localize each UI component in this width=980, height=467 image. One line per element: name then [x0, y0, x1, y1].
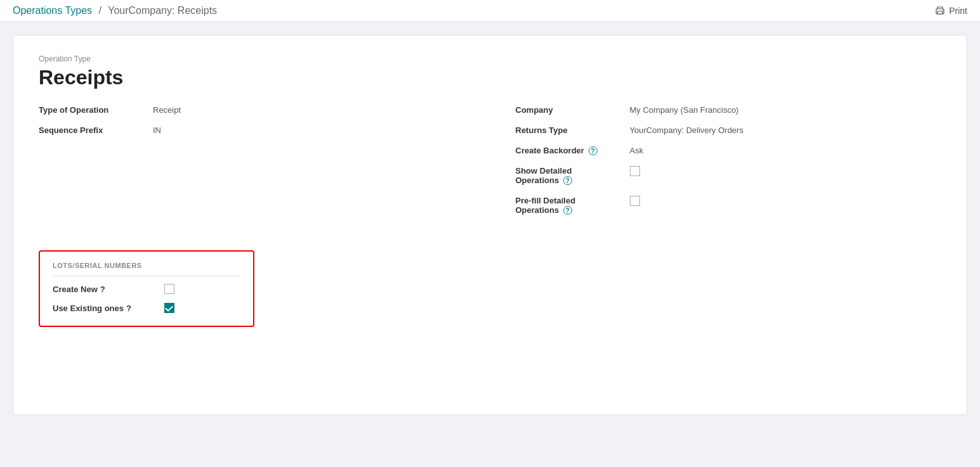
svg-rect-1	[938, 11, 943, 14]
prefill-detailed-operations-label: Pre-fill DetailedOperations ?	[516, 195, 617, 215]
prefill-detailed-operations-label-text: Pre-fill DetailedOperations ?	[516, 196, 576, 215]
type-of-operation-value: Receipt	[153, 105, 181, 115]
company-value: My Company (San Francisco)	[630, 105, 739, 115]
operation-type-meta-label: Operation Type	[39, 54, 941, 63]
field-create-backorder: Create Backorder ? Ask	[516, 145, 942, 155]
use-existing-ones-help-icon[interactable]: ?	[126, 304, 131, 313]
create-backorder-help-icon[interactable]: ?	[589, 146, 598, 155]
field-show-detailed-operations: Show DetailedOperations ?	[516, 165, 942, 185]
create-new-checkbox[interactable]	[164, 284, 174, 294]
create-backorder-label: Create Backorder ?	[516, 145, 617, 155]
form-left-column: Type of Operation Receipt Sequence Prefi…	[39, 105, 490, 225]
returns-type-value: YourCompany: Delivery Orders	[630, 125, 743, 135]
breadcrumb-root[interactable]: Operations Types	[13, 5, 92, 16]
svg-point-2	[942, 10, 943, 11]
printer-icon	[935, 6, 945, 16]
form-fields-grid: Type of Operation Receipt Sequence Prefi…	[39, 105, 941, 225]
field-company: Company My Company (San Francisco)	[516, 105, 942, 115]
show-detailed-operations-label-text: Show DetailedOperations ?	[516, 166, 572, 185]
show-detailed-operations-checkbox[interactable]	[630, 166, 640, 176]
create-new-label: Create New ?	[53, 285, 154, 294]
show-detailed-help-icon[interactable]: ?	[563, 176, 572, 185]
use-existing-ones-label-text: Use Existing ones	[53, 304, 124, 313]
prefill-detailed-help-icon[interactable]: ?	[563, 206, 572, 215]
sequence-prefix-label: Sequence Prefix	[39, 125, 140, 135]
top-bar: Operations Types / YourCompany: Receipts…	[0, 0, 980, 22]
show-detailed-operations-label: Show DetailedOperations ?	[516, 165, 617, 185]
returns-type-label: Returns Type	[516, 125, 617, 135]
breadcrumb: Operations Types / YourCompany: Receipts	[13, 5, 217, 16]
form-card: Operation Type Receipts Type of Operatio…	[13, 35, 967, 415]
breadcrumb-separator: /	[99, 5, 101, 16]
form-title: Receipts	[39, 66, 941, 89]
breadcrumb-current: YourCompany: Receipts	[108, 5, 217, 16]
lots-section-title: LOTS/SERIAL NUMBERS	[53, 262, 240, 276]
prefill-detailed-operations-checkbox[interactable]	[630, 196, 640, 206]
company-label: Company	[516, 105, 617, 115]
lots-serial-numbers-section: LOTS/SERIAL NUMBERS Create New ? Use Exi…	[39, 250, 254, 327]
use-existing-ones-checkbox[interactable]	[164, 303, 174, 313]
create-backorder-value: Ask	[630, 145, 644, 155]
field-type-of-operation: Type of Operation Receipt	[39, 105, 465, 115]
form-right-column: Company My Company (San Francisco) Retur…	[490, 105, 942, 225]
main-content: Operation Type Receipts Type of Operatio…	[0, 22, 980, 428]
sequence-prefix-value: IN	[153, 125, 161, 135]
prefill-detailed-operations-value	[630, 195, 640, 208]
use-existing-ones-label: Use Existing ones ?	[53, 304, 154, 313]
create-new-label-text: Create New	[53, 285, 98, 294]
create-new-row: Create New ?	[53, 284, 240, 294]
create-new-help-icon[interactable]: ?	[100, 285, 105, 294]
field-returns-type: Returns Type YourCompany: Delivery Order…	[516, 125, 942, 135]
show-detailed-operations-value	[630, 165, 640, 178]
print-button[interactable]: Print	[935, 6, 967, 16]
field-sequence-prefix: Sequence Prefix IN	[39, 125, 465, 135]
use-existing-ones-row: Use Existing ones ?	[53, 303, 240, 313]
print-label: Print	[949, 6, 967, 16]
type-of-operation-label: Type of Operation	[39, 105, 140, 115]
field-prefill-detailed-operations: Pre-fill DetailedOperations ?	[516, 195, 942, 215]
